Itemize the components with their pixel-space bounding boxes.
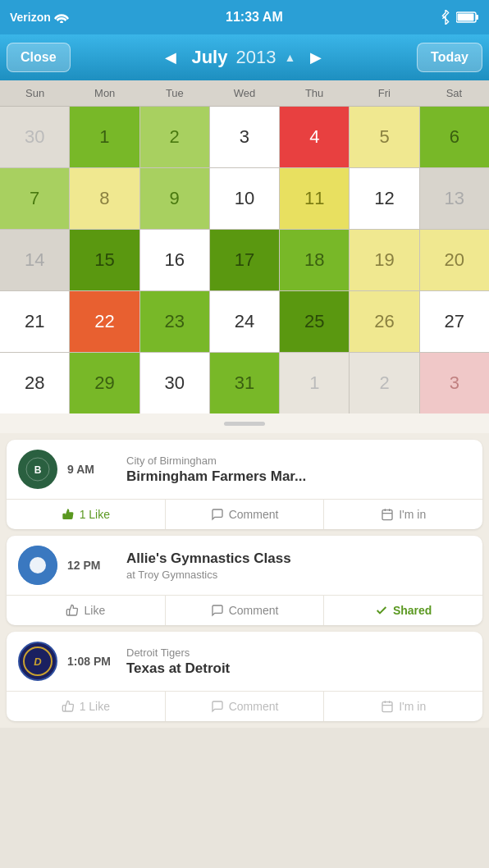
calendar-day-17[interactable]: 17 bbox=[210, 230, 279, 290]
birmingham-logo: B bbox=[22, 454, 53, 485]
tigers-logo: D bbox=[20, 643, 56, 679]
status-bar: Verizon 11:33 AM bbox=[0, 0, 489, 34]
day-header-sun: Sun bbox=[0, 80, 70, 106]
event-actions-1: 1 Like Comment I'm in bbox=[7, 499, 482, 529]
imin-button-3[interactable]: I'm in bbox=[324, 692, 482, 721]
status-left: Verizon bbox=[10, 11, 69, 24]
drag-handle[interactable] bbox=[0, 413, 489, 433]
prev-month-button[interactable]: ◀ bbox=[158, 45, 183, 70]
comment-button-3[interactable]: Comment bbox=[166, 692, 325, 721]
battery-icon bbox=[456, 11, 479, 24]
status-time: 11:33 AM bbox=[226, 10, 283, 25]
calendar-day-2[interactable]: 2 bbox=[140, 107, 209, 167]
event-subtitle-2: at Troy Gymnastics bbox=[126, 569, 471, 581]
calendar-day-3-next[interactable]: 3 bbox=[420, 353, 489, 413]
event-time-1: 9 AM bbox=[67, 463, 117, 476]
calendar-day-12[interactable]: 12 bbox=[350, 168, 418, 229]
calendar-day-14[interactable]: 14 bbox=[0, 230, 69, 290]
calendar-day-8[interactable]: 8 bbox=[70, 168, 139, 229]
status-right bbox=[440, 10, 479, 25]
calendar-day-29[interactable]: 29 bbox=[70, 353, 139, 413]
comment-button-2[interactable]: Comment bbox=[166, 596, 325, 625]
svg-rect-3 bbox=[457, 14, 473, 21]
day-header-fri: Fri bbox=[350, 80, 419, 106]
svg-text:B: B bbox=[34, 464, 42, 476]
today-button[interactable]: Today bbox=[417, 43, 482, 72]
calendar-day-19[interactable]: 19 bbox=[350, 230, 418, 290]
calendar-day-23[interactable]: 23 bbox=[140, 291, 209, 352]
event-info-2: Allie's Gymnastics Class at Troy Gymnast… bbox=[126, 550, 471, 581]
wifi-icon bbox=[54, 11, 69, 23]
like-icon-2 bbox=[66, 604, 79, 617]
day-header-thu: Thu bbox=[280, 80, 350, 106]
calendar-day-28[interactable]: 28 bbox=[0, 353, 69, 413]
svg-point-0 bbox=[60, 21, 63, 23]
calendar-day-6[interactable]: 6 bbox=[420, 107, 489, 167]
imin-button-1[interactable]: I'm in bbox=[324, 500, 482, 529]
calendar-day-2-next[interactable]: 2 bbox=[350, 353, 418, 413]
event-actions-2: Like Comment Shared bbox=[7, 595, 482, 625]
comment-label-2: Comment bbox=[229, 604, 279, 617]
event-info-3: Detroit Tigers Texas at Detroit bbox=[126, 646, 471, 677]
comment-icon-3 bbox=[211, 700, 224, 713]
calendar-day-5[interactable]: 5 bbox=[350, 107, 418, 167]
carrier-label: Verizon bbox=[10, 11, 51, 24]
calendar-day-30-prev[interactable]: 30 bbox=[0, 107, 69, 167]
calendar-day-20[interactable]: 20 bbox=[420, 230, 489, 290]
svg-rect-16 bbox=[382, 702, 392, 712]
calendar-day-3[interactable]: 3 bbox=[210, 107, 279, 167]
drag-bar bbox=[224, 422, 265, 426]
svg-rect-7 bbox=[382, 510, 392, 520]
calendar-day-27[interactable]: 27 bbox=[420, 291, 489, 352]
event-category-1: City of Birmingham bbox=[126, 455, 471, 467]
event-card-1: B 9 AM City of Birmingham Birmingham Far… bbox=[7, 440, 482, 529]
calendar-day-4[interactable]: 4 bbox=[280, 107, 349, 167]
like-button-2[interactable]: Like bbox=[7, 596, 166, 625]
event-avatar-3: D bbox=[18, 642, 57, 681]
day-header-tue: Tue bbox=[139, 80, 209, 106]
calendar-grid: 30 1 2 3 4 5 6 7 8 9 10 11 12 13 14 15 1… bbox=[0, 107, 489, 413]
close-button[interactable]: Close bbox=[7, 43, 71, 72]
shared-button-2[interactable]: Shared bbox=[324, 596, 482, 625]
svg-rect-2 bbox=[476, 15, 478, 20]
event-avatar-1: B bbox=[18, 450, 57, 489]
month-label: July bbox=[191, 47, 227, 68]
calendar-day-21[interactable]: 21 bbox=[0, 291, 69, 352]
calendar-day-31[interactable]: 31 bbox=[210, 353, 279, 413]
calendar-day-11[interactable]: 11 bbox=[280, 168, 349, 229]
events-list: B 9 AM City of Birmingham Birmingham Far… bbox=[0, 433, 489, 728]
event-title-1: Birmingham Farmers Mar... bbox=[126, 468, 471, 485]
like-icon-1 bbox=[62, 508, 75, 521]
calendar-day-22[interactable]: 22 bbox=[70, 291, 139, 352]
calendar-icon-1 bbox=[381, 508, 394, 521]
check-icon-2 bbox=[375, 604, 388, 617]
calendar-day-26[interactable]: 26 bbox=[350, 291, 418, 352]
like-button-3[interactable]: 1 Like bbox=[7, 692, 166, 721]
calendar-day-30[interactable]: 30 bbox=[140, 353, 209, 413]
calendar-day-18[interactable]: 18 bbox=[280, 230, 349, 290]
calendar-day-9[interactable]: 9 bbox=[140, 168, 209, 229]
calendar-day-1[interactable]: 1 bbox=[70, 107, 139, 167]
svg-text:D: D bbox=[34, 656, 42, 668]
calendar-day-1-next[interactable]: 1 bbox=[280, 353, 349, 413]
calendar-day-25[interactable]: 25 bbox=[280, 291, 349, 352]
like-button-1[interactable]: 1 Like bbox=[7, 500, 166, 529]
month-navigation: ◀ July 2013 ▲ ▶ bbox=[158, 45, 328, 70]
comment-button-1[interactable]: Comment bbox=[166, 500, 325, 529]
calendar-day-7[interactable]: 7 bbox=[0, 168, 69, 229]
like-icon-3 bbox=[62, 700, 75, 713]
chevron-down-icon[interactable]: ▲ bbox=[284, 51, 295, 64]
event-time-3: 1:08 PM bbox=[67, 655, 117, 668]
like-label-3: 1 Like bbox=[80, 700, 110, 713]
next-month-button[interactable]: ▶ bbox=[304, 45, 328, 70]
event-card-3: D 1:08 PM Detroit Tigers Texas at Detroi… bbox=[7, 632, 482, 721]
calendar-day-24[interactable]: 24 bbox=[210, 291, 279, 352]
calendar-icon-3 bbox=[381, 700, 394, 713]
event-title-3: Texas at Detroit bbox=[126, 660, 471, 677]
blue-dot-icon bbox=[18, 546, 57, 585]
calendar-day-10[interactable]: 10 bbox=[210, 168, 279, 229]
calendar-day-16[interactable]: 16 bbox=[140, 230, 209, 290]
comment-icon-1 bbox=[211, 508, 224, 521]
calendar-day-15[interactable]: 15 bbox=[70, 230, 139, 290]
calendar-day-13[interactable]: 13 bbox=[420, 168, 489, 229]
